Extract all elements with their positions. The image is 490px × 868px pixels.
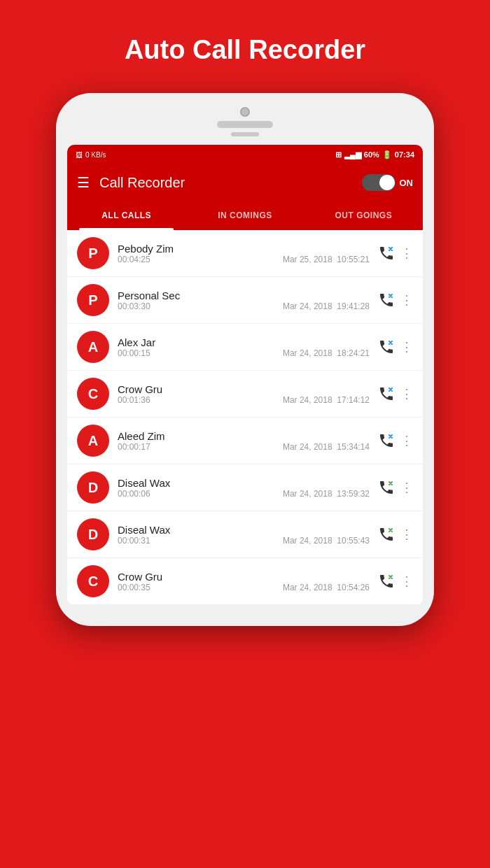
phone-speaker xyxy=(217,121,273,128)
call-info: Crow Gru 00:00:35 Mar 24, 2018 10:54:26 xyxy=(118,571,370,592)
call-duration: 00:03:30 xyxy=(118,301,150,311)
call-type-icon[interactable] xyxy=(378,526,395,543)
call-info: Aleed Zim 00:00:17 Mar 24, 2018 15:34:14 xyxy=(118,430,370,452)
call-item[interactable]: P Personal Sec 00:03:30 Mar 24, 2018 19:… xyxy=(67,277,423,324)
call-actions: ⋮ xyxy=(378,479,413,496)
tab-in-comings[interactable]: IN COMINGS xyxy=(186,201,304,230)
call-datetime: Mar 24, 2018 17:14:12 xyxy=(283,395,370,405)
call-type-icon[interactable] xyxy=(378,573,395,590)
call-datetime: Mar 24, 2018 10:55:43 xyxy=(283,536,370,546)
contact-avatar: D xyxy=(77,471,109,504)
call-info: Alex Jar 00:00:15 Mar 24, 2018 18:24:21 xyxy=(118,336,370,358)
call-type-icon[interactable] xyxy=(378,432,395,449)
call-datetime: Mar 24, 2018 15:34:14 xyxy=(283,442,370,452)
contact-avatar: P xyxy=(77,237,109,269)
call-actions: ⋮ xyxy=(378,432,413,449)
call-duration: 00:00:06 xyxy=(118,489,150,499)
battery-percent: 60% xyxy=(364,150,379,159)
call-datetime: Mar 24, 2018 13:59:32 xyxy=(283,489,370,499)
call-actions: ⋮ xyxy=(378,339,413,355)
call-info: Pebody Zim 00:04:25 Mar 25, 2018 10:55:2… xyxy=(118,243,370,264)
call-type-icon[interactable] xyxy=(378,245,395,262)
phone-screen: 🖼 0 KB/s ⊞ ▂▄▆ 60% 🔋 07:34 ☰ Call Record… xyxy=(67,145,423,605)
more-options-icon[interactable]: ⋮ xyxy=(400,574,413,589)
contact-name: Pebody Zim xyxy=(118,243,370,255)
call-datetime: Mar 25, 2018 10:55:21 xyxy=(283,255,370,264)
call-datetime: Mar 24, 2018 18:24:21 xyxy=(283,348,370,358)
app-bar-title: Call Recorder xyxy=(99,175,185,191)
call-info: Diseal Wax 00:00:31 Mar 24, 2018 10:55:4… xyxy=(118,524,370,546)
more-options-icon[interactable]: ⋮ xyxy=(400,386,413,401)
contact-name: Diseal Wax xyxy=(118,477,370,489)
call-type-icon[interactable] xyxy=(378,339,395,355)
call-item[interactable]: D Diseal Wax 00:00:31 Mar 24, 2018 10:55… xyxy=(67,511,423,558)
call-actions: ⋮ xyxy=(378,526,413,543)
battery-icon: 🔋 xyxy=(382,150,392,159)
contact-avatar: C xyxy=(77,565,109,597)
call-duration: 00:01:36 xyxy=(118,395,150,405)
call-item[interactable]: A Aleed Zim 00:00:17 Mar 24, 2018 15:34:… xyxy=(67,418,423,464)
contact-avatar: P xyxy=(77,284,109,316)
sim-icon: ⊞ xyxy=(335,150,342,159)
call-item[interactable]: C Crow Gru 00:00:35 Mar 24, 2018 10:54:2… xyxy=(67,558,423,605)
contact-name: Alex Jar xyxy=(118,336,370,348)
tab-all-calls[interactable]: ALL CALLS xyxy=(67,201,186,230)
call-type-icon[interactable] xyxy=(378,292,395,308)
hamburger-icon[interactable]: ☰ xyxy=(77,174,90,191)
contact-name: Diseal Wax xyxy=(118,524,370,536)
status-right: ⊞ ▂▄▆ 60% 🔋 07:34 xyxy=(335,150,414,159)
app-bar-left: ☰ Call Recorder xyxy=(77,174,185,191)
toggle-label: ON xyxy=(400,178,414,188)
more-options-icon[interactable]: ⋮ xyxy=(400,480,413,495)
phone-top-hardware xyxy=(67,107,423,145)
call-info: Personal Sec 00:03:30 Mar 24, 2018 19:41… xyxy=(118,290,370,311)
contact-name: Crow Gru xyxy=(118,571,370,583)
status-bar: 🖼 0 KB/s ⊞ ▂▄▆ 60% 🔋 07:34 xyxy=(67,145,423,164)
contact-avatar: A xyxy=(77,331,109,363)
call-item[interactable]: D Diseal Wax 00:00:06 Mar 24, 2018 13:59… xyxy=(67,464,423,511)
call-item[interactable]: A Alex Jar 00:00:15 Mar 24, 2018 18:24:2… xyxy=(67,324,423,371)
tab-out-goings[interactable]: OUT GOINGS xyxy=(304,201,423,230)
contact-name: Personal Sec xyxy=(118,290,370,301)
record-toggle[interactable] xyxy=(362,174,396,191)
toggle-knob xyxy=(379,175,395,190)
call-datetime: Mar 24, 2018 10:54:26 xyxy=(283,583,370,592)
signal-bars: ▂▄▆ xyxy=(344,150,361,159)
contact-avatar: D xyxy=(77,518,109,550)
more-options-icon[interactable]: ⋮ xyxy=(400,292,413,308)
toggle-container[interactable]: ON xyxy=(362,174,414,191)
more-options-icon[interactable]: ⋮ xyxy=(400,246,413,261)
contact-avatar: A xyxy=(77,425,109,457)
more-options-icon[interactable]: ⋮ xyxy=(400,339,413,355)
page-title: Auto Call Recorder xyxy=(111,0,379,93)
call-type-icon[interactable] xyxy=(378,479,395,496)
call-datetime: Mar 24, 2018 19:41:28 xyxy=(283,301,370,311)
call-duration: 00:04:25 xyxy=(118,255,150,264)
call-duration: 00:00:35 xyxy=(118,583,150,592)
call-duration: 00:00:17 xyxy=(118,442,150,452)
phone-device: 🖼 0 KB/s ⊞ ▂▄▆ 60% 🔋 07:34 ☰ Call Record… xyxy=(56,93,434,626)
clock: 07:34 xyxy=(395,150,414,159)
call-info: Crow Gru 00:01:36 Mar 24, 2018 17:14:12 xyxy=(118,383,370,405)
contact-name: Crow Gru xyxy=(118,383,370,395)
notification-icon: 🖼 xyxy=(76,151,83,159)
call-item[interactable]: C Crow Gru 00:01:36 Mar 24, 2018 17:14:1… xyxy=(67,371,423,418)
call-duration: 00:00:31 xyxy=(118,536,150,546)
phone-sensor xyxy=(231,132,259,136)
call-actions: ⋮ xyxy=(378,245,413,262)
call-duration: 00:00:15 xyxy=(118,348,150,358)
more-options-icon[interactable]: ⋮ xyxy=(400,433,413,448)
call-actions: ⋮ xyxy=(378,292,413,308)
app-bar: ☰ Call Recorder ON xyxy=(67,164,423,201)
phone-camera xyxy=(240,107,250,117)
contact-avatar: C xyxy=(77,378,109,410)
call-type-icon[interactable] xyxy=(378,385,395,402)
call-actions: ⋮ xyxy=(378,573,413,590)
call-info: Diseal Wax 00:00:06 Mar 24, 2018 13:59:3… xyxy=(118,477,370,499)
call-actions: ⋮ xyxy=(378,385,413,402)
data-speed: 0 KB/s xyxy=(85,151,106,159)
more-options-icon[interactable]: ⋮ xyxy=(400,527,413,542)
tabs-bar: ALL CALLS IN COMINGS OUT GOINGS xyxy=(67,201,423,230)
call-item[interactable]: P Pebody Zim 00:04:25 Mar 25, 2018 10:55… xyxy=(67,230,423,277)
contact-name: Aleed Zim xyxy=(118,430,370,442)
